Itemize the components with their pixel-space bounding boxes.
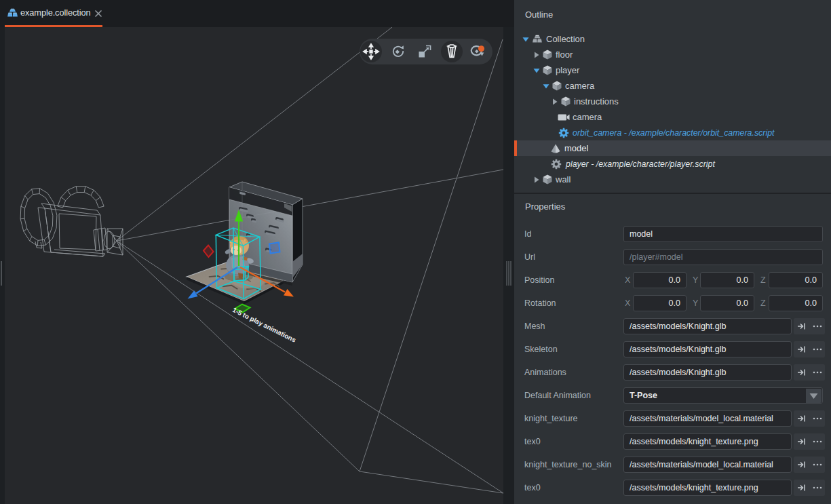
svg-text:1-5 to play animations: 1-5 to play animations — [231, 306, 297, 344]
